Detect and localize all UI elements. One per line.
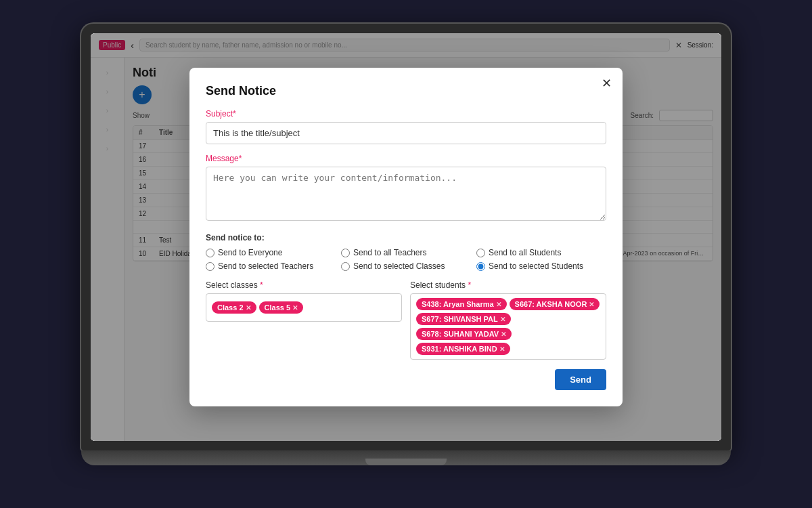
radio-selected-classes[interactable]: Send to selected Classes (341, 261, 471, 271)
subject-input[interactable] (206, 122, 606, 144)
class-tag-class2: Class 2 ✕ (212, 301, 256, 314)
laptop-screen: Public ‹ Search student by name, father … (81, 24, 731, 450)
radio-group: Send to Everyone Send to all Teachers Se… (206, 248, 606, 271)
screen-inner: Public ‹ Search student by name, father … (91, 33, 721, 441)
radio-selected-teachers[interactable]: Send to selected Teachers (206, 261, 336, 271)
student-tag-s678: S678: SUHANI YADAV ✕ (416, 328, 512, 340)
message-group: Message* (206, 154, 606, 224)
remove-s931-icon[interactable]: ✕ (499, 345, 505, 353)
subject-label: Subject* (206, 109, 606, 119)
radio-all-students[interactable]: Send to all Students (476, 248, 606, 257)
remove-s438-icon[interactable]: ✕ (496, 301, 501, 308)
message-textarea[interactable] (206, 167, 606, 221)
laptop-base (81, 450, 731, 465)
class-tag-class5: Class 5 ✕ (259, 301, 304, 314)
app-background: Public ‹ Search student by name, father … (91, 33, 721, 441)
send-notice-modal: Send Notice ✕ Subject* Messag (189, 68, 623, 406)
subject-group: Subject* (206, 109, 606, 144)
remove-class2-icon[interactable]: ✕ (246, 304, 251, 312)
select-students-group: Select students * S438: Aryan Sharma ✕ S… (410, 280, 606, 360)
student-tag-s667: S667: AKSHA NOOR ✕ (510, 298, 600, 310)
modal-title: Send Notice (206, 84, 606, 98)
remove-class5-icon[interactable]: ✕ (292, 304, 298, 312)
laptop: Public ‹ Search student by name, father … (81, 24, 731, 484)
select-classes-group: Select classes * Class 2 ✕ Class 5 (206, 280, 402, 360)
classes-tag-input[interactable]: Class 2 ✕ Class 5 ✕ (206, 293, 402, 322)
select-row: Select classes * Class 2 ✕ Class 5 (206, 280, 606, 360)
remove-s677-icon[interactable]: ✕ (500, 316, 505, 323)
send-notice-to-label: Send notice to: (206, 233, 606, 242)
modal-footer: Send (206, 369, 606, 390)
student-tag-s677: S677: SHIVANSH PAL ✕ (416, 313, 511, 325)
send-button[interactable]: Send (555, 369, 606, 390)
message-label: Message* (206, 154, 606, 163)
modal-overlay: Send Notice ✕ Subject* Messag (91, 33, 721, 441)
radio-all-teachers[interactable]: Send to all Teachers (341, 248, 471, 257)
select-students-label: Select students * (410, 280, 606, 290)
student-tag-s931: S931: ANSHIKA BIND ✕ (416, 343, 510, 355)
remove-s667-icon[interactable]: ✕ (589, 301, 594, 308)
radio-selected-students[interactable]: Send to selected Students (476, 261, 606, 271)
select-classes-label: Select classes * (206, 280, 402, 290)
modal-close-button[interactable]: ✕ (602, 77, 612, 89)
student-tag-s438: S438: Aryan Sharma ✕ (416, 298, 507, 310)
radio-everyone[interactable]: Send to Everyone (206, 248, 336, 257)
remove-s678-icon[interactable]: ✕ (501, 331, 506, 338)
students-tag-input[interactable]: S438: Aryan Sharma ✕ S667: AKSHA NOOR ✕ … (410, 293, 606, 360)
